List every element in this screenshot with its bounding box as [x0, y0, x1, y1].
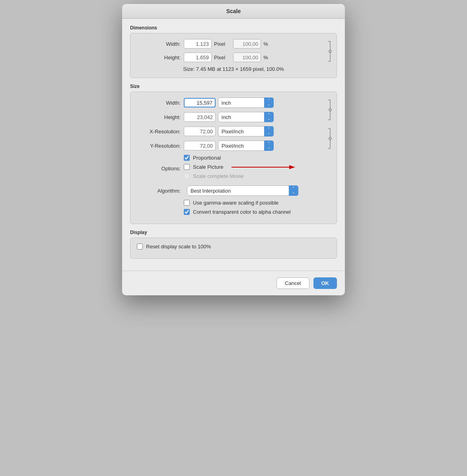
size-yres-unit-select[interactable]: Pixel/inch Pixel/cm	[218, 140, 274, 151]
size-height-input[interactable]	[184, 112, 216, 122]
size-yres-label: Y-Resolution:	[137, 143, 181, 149]
size-xres-row: X-Resolution: Pixel/inch Pixel/cm	[137, 126, 330, 137]
display-section-label: Display	[130, 230, 337, 235]
size-res-link-icon	[325, 128, 332, 149]
scale-picture-checkbox[interactable]	[184, 164, 190, 170]
dimensions-width-label: Width:	[137, 41, 181, 47]
size-width-input[interactable]	[184, 98, 216, 107]
dimensions-section: Width: Pixel % Height: Pixel %	[130, 33, 337, 78]
dimensions-height-unit: Pixel	[214, 55, 225, 60]
display-section: Reset display scale to 100%	[130, 238, 337, 259]
dimensions-width-input[interactable]	[184, 39, 212, 49]
size-section-label: Size	[130, 84, 337, 89]
svg-marker-5	[289, 165, 295, 169]
reset-display-checkbox[interactable]	[137, 244, 143, 250]
dimensions-width-row: Width: Pixel %	[137, 39, 330, 49]
size-width-label: Width:	[137, 100, 181, 106]
gamma-label: Use gamma-aware scaling if possible	[193, 200, 278, 206]
scale-picture-row: Scale Picture	[184, 164, 243, 170]
dimensions-width-unit: Pixel	[214, 41, 225, 47]
size-yres-row: Y-Resolution: Pixel/inch Pixel/cm	[137, 140, 330, 151]
dimensions-width-percent-symbol: %	[263, 41, 268, 47]
dimensions-size-info: Size: 7.45 MB at 1123 × 1659 pixel, 100.…	[137, 66, 330, 72]
proportional-label: Proportional	[193, 155, 221, 161]
proportional-checkbox[interactable]	[184, 155, 190, 161]
alpha-checkbox[interactable]	[184, 209, 190, 215]
ok-button[interactable]: OK	[313, 277, 337, 289]
scale-movie-checkbox[interactable]	[184, 173, 190, 179]
dimensions-height-row: Height: Pixel %	[137, 53, 330, 62]
options-row: Options: Proportional Scale Picture	[137, 155, 330, 182]
size-xres-unit-select[interactable]: Pixel/inch Pixel/cm	[218, 126, 274, 137]
size-xres-input[interactable]	[184, 127, 216, 136]
size-height-unit-select[interactable]: inch cm mm px	[218, 112, 274, 122]
size-height-label: Height:	[137, 114, 181, 120]
size-section: Width: inch cm mm px Height:	[130, 92, 337, 224]
algorithm-row: Algorithm: Best Interpolation Linear Cub…	[137, 185, 330, 196]
size-xres-label: X-Resolution:	[137, 129, 181, 135]
dimensions-width-percent-input[interactable]	[233, 39, 261, 49]
reset-display-row: Reset display scale to 100%	[137, 244, 330, 250]
size-width-row: Width: inch cm mm px	[137, 98, 330, 108]
gamma-row: Use gamma-aware scaling if possible	[184, 200, 330, 206]
size-yres-input[interactable]	[184, 141, 216, 150]
algorithm-label: Algorithm:	[137, 188, 181, 194]
size-width-unit-select[interactable]: inch cm mm px	[218, 98, 274, 108]
scale-movie-label: Scale complete Movie	[193, 173, 243, 179]
dimensions-height-input[interactable]	[184, 53, 212, 62]
size-wh-link-icon	[325, 99, 332, 121]
dimensions-height-percent-symbol: %	[263, 55, 268, 60]
title-bar: Scale	[122, 4, 345, 19]
scale-movie-row: Scale complete Movie	[184, 173, 243, 179]
dimensions-section-label: Dimensions	[130, 25, 337, 31]
reset-display-label: Reset display scale to 100%	[146, 244, 211, 250]
cancel-button[interactable]: Cancel	[276, 277, 309, 289]
scale-picture-label: Scale Picture	[193, 164, 224, 170]
dimensions-height-percent-input[interactable]	[233, 53, 261, 62]
alpha-label: Convert transparent color to alpha chann…	[193, 209, 291, 215]
dialog-footer: Cancel OK	[122, 271, 345, 295]
red-arrow-annotation	[232, 163, 295, 171]
size-height-row: Height: inch cm mm px	[137, 112, 330, 122]
alpha-row: Convert transparent color to alpha chann…	[184, 209, 330, 215]
algorithm-select[interactable]: Best Interpolation Linear Cubic None	[187, 185, 298, 196]
dialog-title: Scale	[226, 8, 241, 14]
options-label: Options:	[137, 166, 181, 172]
gamma-checkbox[interactable]	[184, 200, 190, 206]
dimensions-link-icon	[325, 41, 332, 62]
proportional-row: Proportional	[184, 155, 243, 161]
scale-dialog: Scale Dimensions Width: Pixel % Height: …	[122, 4, 345, 295]
dimensions-height-label: Height:	[137, 55, 181, 60]
